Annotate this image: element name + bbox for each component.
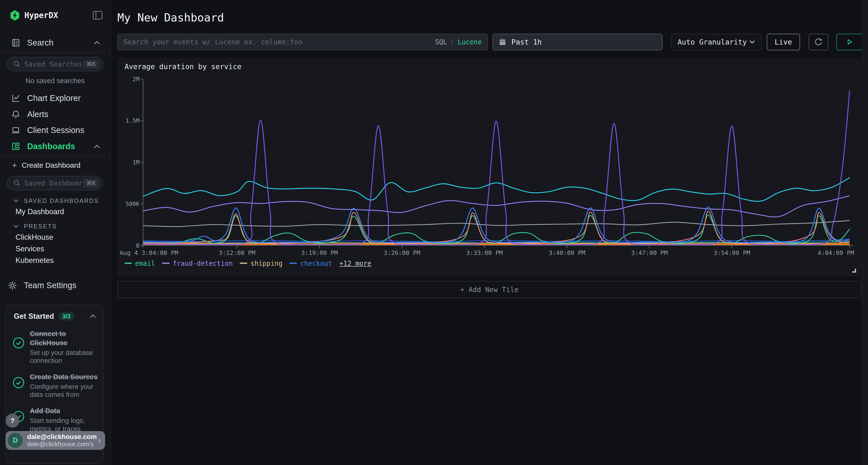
- checklist-item-title: Connect to ClickHouse: [30, 329, 98, 347]
- sidebar: HyperDX Search ⌘K No saved searches: [0, 0, 111, 465]
- avatar: D: [8, 433, 23, 448]
- granularity-value: Auto Granularity: [678, 38, 747, 46]
- sidebar-item-label: Client Sessions: [27, 126, 84, 135]
- group-saved-dashboards[interactable]: SAVED DASHBOARDS: [0, 196, 110, 205]
- legend-more-link[interactable]: +12 more: [339, 260, 371, 267]
- legend-dash: [162, 263, 169, 264]
- user-menu[interactable]: D dale@clickhouse.com dale@clickhouse.co…: [5, 431, 105, 450]
- legend-dash: [289, 263, 297, 264]
- checklist-item-sources[interactable]: Create Data Sources Configure where your…: [6, 367, 103, 401]
- create-dashboard-button[interactable]: + Create Dashboard: [0, 160, 110, 171]
- sidebar-item-services[interactable]: Services: [0, 244, 110, 253]
- series-line-series-5: [143, 178, 850, 201]
- chevron-up-icon[interactable]: [94, 40, 100, 45]
- series-line-series-7: [143, 221, 850, 227]
- shortcut-badge: ⌘K: [83, 178, 99, 188]
- calendar-icon: [499, 38, 506, 46]
- chevron-up-icon[interactable]: [90, 314, 96, 318]
- saved-dashboards-input[interactable]: [24, 179, 83, 187]
- get-started-progress-badge: 3/3: [58, 312, 74, 321]
- add-new-tile-button[interactable]: + Add New Tile: [117, 281, 862, 298]
- chevron-down-icon: [749, 40, 755, 44]
- saved-dashboards-input-wrap: ⌘K: [7, 176, 103, 190]
- get-started-header[interactable]: Get Started 3/3: [6, 305, 103, 324]
- sidebar-item-client-sessions[interactable]: Client Sessions: [0, 123, 110, 138]
- x-axis-labels: Aug 4 3:04:00 PM3:12:00 PM3:19:00 PM3:26…: [143, 250, 850, 257]
- play-icon: [845, 38, 853, 46]
- sidebar-item-label: Alerts: [27, 110, 48, 119]
- sidebar-item-label: Chart Explorer: [27, 94, 81, 103]
- get-started-title: Get Started: [14, 312, 54, 321]
- no-saved-searches-text: No saved searches: [0, 77, 110, 85]
- checklist-item-desc: Configure where your data comes from: [30, 383, 98, 399]
- live-label: Live: [775, 38, 792, 46]
- collapse-sidebar-icon[interactable]: [92, 10, 103, 20]
- y-tick-label: 2M: [133, 76, 140, 82]
- legend-item-checkout[interactable]: checkout: [289, 260, 332, 267]
- sidebar-item-kubernetes[interactable]: Kubernetes: [0, 256, 110, 265]
- language-lucene-toggle[interactable]: Lucene: [458, 38, 482, 46]
- x-tick-label: 3:19:00 PM: [301, 250, 338, 256]
- refresh-icon: [814, 38, 823, 46]
- time-range-value: Past 1h: [512, 38, 542, 46]
- sidebar-item-clickhouse[interactable]: ClickHouse: [0, 233, 110, 242]
- create-dashboard-label: Create Dashboard: [22, 161, 81, 169]
- check-circle-icon: [13, 377, 24, 388]
- user-email: dale@clickhouse.com: [27, 433, 97, 441]
- hyperdx-logo-icon: [10, 10, 20, 21]
- saved-searches-input[interactable]: [24, 60, 83, 68]
- legend-item-shipping[interactable]: shipping: [240, 260, 282, 267]
- language-sql-toggle[interactable]: SQL: [435, 38, 447, 46]
- help-button[interactable]: ?: [5, 414, 19, 427]
- legend-item-fraud-detection[interactable]: fraud-detection: [162, 260, 233, 267]
- time-range-picker[interactable]: Past 1h: [493, 34, 662, 51]
- tile-resize-handle[interactable]: [852, 268, 856, 273]
- language-divider: |: [451, 38, 455, 46]
- chevron-down-icon: [13, 224, 19, 228]
- brand-row: HyperDX: [0, 8, 110, 23]
- saved-searches-input-wrap: ⌘K: [7, 57, 103, 71]
- page-title: My New Dashboard: [117, 11, 224, 24]
- checklist-item-connect[interactable]: Connect to ClickHouse Set up your databa…: [6, 324, 103, 367]
- event-search-bar: SQL | Lucene: [117, 34, 488, 51]
- sidebar-item-my-dashboard[interactable]: My Dashboard: [0, 207, 110, 216]
- scrollbar[interactable]: [862, 0, 868, 465]
- y-tick-label: 1.5M: [126, 117, 140, 124]
- sidebar-item-team-settings[interactable]: Team Settings: [0, 279, 110, 292]
- search-icon: [13, 61, 21, 68]
- sidebar-item-dashboards[interactable]: Dashboards: [0, 139, 110, 154]
- legend-dash: [240, 263, 247, 264]
- legend-item-email[interactable]: email: [125, 260, 155, 267]
- chevron-down-icon: [13, 199, 19, 203]
- x-tick-label: 3:54:00 PM: [714, 250, 750, 256]
- checklist-item-desc: Start sending logs, metrics, or traces: [30, 417, 98, 433]
- sidebar-item-label: Dashboards: [27, 142, 75, 151]
- sidebar-item-search[interactable]: Search: [0, 33, 110, 53]
- checklist-item-title: Create Data Sources: [30, 372, 98, 381]
- chevron-up-icon[interactable]: [94, 144, 100, 148]
- event-search-input[interactable]: [123, 38, 435, 46]
- x-tick-label: 3:33:00 PM: [466, 250, 503, 256]
- granularity-select[interactable]: Auto Granularity: [671, 34, 762, 51]
- y-tick-label: 0: [136, 242, 140, 249]
- x-tick-label: 3:26:00 PM: [383, 250, 420, 256]
- live-button[interactable]: Live: [767, 34, 800, 51]
- search-section-icon: [11, 38, 21, 47]
- dashboards-icon: [11, 142, 21, 151]
- sidebar-item-chart-explorer[interactable]: Chart Explorer: [0, 91, 110, 106]
- x-tick-label: 3:40:00 PM: [549, 250, 585, 256]
- refresh-button[interactable]: [809, 34, 828, 51]
- bell-icon: [11, 110, 21, 119]
- series-line-checkout: [143, 207, 850, 243]
- checklist-item-add-data[interactable]: Add Data Start sending logs, metrics, or…: [6, 401, 103, 435]
- group-title: SAVED DASHBOARDS: [24, 197, 99, 204]
- x-tick-label: 3:47:00 PM: [631, 250, 668, 256]
- search-icon: [13, 179, 21, 187]
- group-presets[interactable]: PRESETS: [0, 222, 110, 231]
- brand-name: HyperDX: [24, 10, 58, 20]
- chart-plot-area[interactable]: [143, 79, 850, 245]
- sidebar-item-alerts[interactable]: Alerts: [0, 107, 110, 122]
- shortcut-badge: ⌘K: [83, 60, 99, 69]
- check-circle-icon: [13, 337, 24, 348]
- run-query-button[interactable]: [836, 34, 863, 51]
